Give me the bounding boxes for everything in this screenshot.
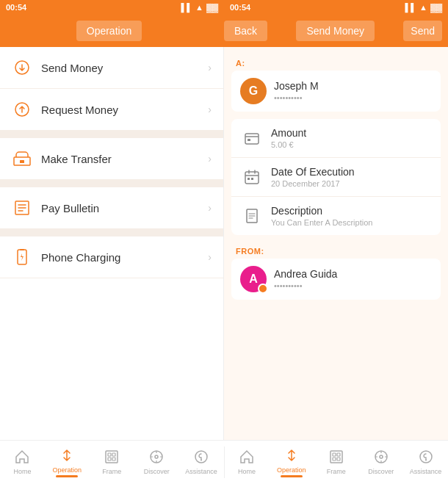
send-money-arrow: › [208, 62, 212, 73]
svg-rect-14 [112, 453, 115, 456]
send-button[interactable]: Send [403, 21, 442, 41]
sender-subtitle: •••••••••• [274, 281, 432, 290]
tab-assistance-left[interactable]: Assistance [179, 441, 224, 484]
active-indicator-left [56, 475, 78, 477]
pay-bulletin-label: Pay Bulletin [41, 202, 208, 214]
status-icons-right: ▌▌ ▲ ▓▓ [405, 3, 442, 12]
phone-charging-icon [12, 247, 32, 267]
sender-info: Andrea Guida •••••••••• [274, 268, 432, 290]
bottom-nav-right: Home Operation Frame [225, 441, 449, 484]
svg-rect-16 [112, 458, 115, 460]
wifi-icon-right: ▲ [419, 3, 427, 12]
svg-point-26 [380, 455, 383, 458]
svg-rect-24 [337, 458, 340, 460]
tab-operation-left[interactable]: Operation [45, 441, 90, 484]
main-content: Send Money › Request Money › [0, 47, 448, 440]
menu-item-make-transfer[interactable]: Make Transfer › [0, 138, 223, 180]
description-info: Description You Can Enter A Description [271, 205, 432, 227]
svg-rect-12 [106, 451, 118, 463]
operation-button[interactable]: Operation [76, 21, 142, 41]
make-transfer-label: Make Transfer [41, 153, 208, 165]
recipient-subtitle: •••••••••• [274, 93, 432, 102]
discover-label-left: Discover [144, 468, 170, 475]
svg-point-19 [195, 451, 207, 463]
sender-avatar: A [240, 266, 267, 292]
tab-discover-left[interactable]: Discover [134, 441, 179, 484]
right-panel: A: G Joseph M •••••••••• [224, 47, 448, 440]
amount-label: Amount [271, 127, 432, 139]
nav-bar-right: Back Send Money Send [218, 15, 448, 47]
make-transfer-icon [12, 148, 32, 169]
send-money-button[interactable]: Send Money [296, 21, 375, 41]
active-indicator-right [281, 475, 303, 477]
menu-gap-2 [0, 180, 223, 187]
svg-rect-13 [108, 453, 111, 456]
time-left: 00:54 [6, 3, 26, 12]
menu-item-phone-charging[interactable]: Phone Charging › [0, 236, 223, 278]
tab-home-left[interactable]: Home [0, 441, 45, 484]
menu-item-send-money[interactable]: Send Money › [0, 47, 223, 89]
svg-rect-10 [251, 178, 253, 180]
tab-frame-right[interactable]: Frame [314, 441, 358, 484]
operation-icon-left [59, 448, 74, 465]
tab-discover-right[interactable]: Discover [358, 441, 403, 484]
phone-charging-arrow: › [208, 251, 212, 263]
phone-charging-label: Phone Charging [41, 251, 208, 264]
to-label: A: [224, 54, 448, 71]
svg-rect-9 [248, 178, 250, 180]
svg-rect-6 [245, 134, 259, 144]
description-row: Description You Can Enter A Description [231, 197, 441, 235]
date-icon [240, 165, 264, 189]
recipient-card: G Joseph M •••••••••• [231, 71, 441, 112]
menu-item-pay-bulletin[interactable]: Pay Bulletin › [0, 187, 223, 229]
operation-label-left: Operation [53, 466, 82, 474]
from-label: FROM: [224, 242, 448, 259]
svg-rect-7 [248, 139, 250, 141]
menu-gap-3 [0, 229, 223, 236]
svg-point-18 [155, 455, 158, 458]
bottom-navs: Home Operation Frame [0, 440, 448, 484]
recipient-name: Joseph M [274, 80, 432, 92]
discover-icon-left [149, 449, 164, 466]
bottom-nav-left: Home Operation Frame [0, 441, 224, 484]
svg-rect-3 [20, 160, 24, 163]
menu-item-request-money[interactable]: Request Money › [0, 89, 223, 131]
send-money-icon [12, 57, 32, 78]
request-money-icon [12, 99, 32, 120]
assistance-label-left: Assistance [185, 468, 217, 475]
tab-assistance-right[interactable]: Assistance [403, 441, 448, 484]
description-placeholder: You Can Enter A Description [271, 218, 432, 227]
request-money-arrow: › [208, 104, 212, 115]
sender-name: Andrea Guida [274, 268, 432, 280]
home-icon-right [239, 449, 254, 466]
tab-frame-left[interactable]: Frame [90, 441, 134, 484]
sender-card: A Andrea Guida •••••••••• [231, 259, 441, 300]
send-money-label: Send Money [41, 62, 208, 74]
description-icon [240, 204, 264, 228]
status-bars: 00:54 ▌▌ ▲ ▓▓ 00:54 ▌▌ ▲ ▓▓ [0, 0, 448, 15]
date-value: 20 December 2017 [271, 179, 432, 188]
frame-label-left: Frame [102, 468, 121, 475]
sender-badge [258, 283, 268, 294]
operation-icon-right [284, 448, 299, 465]
frame-icon-left [104, 449, 119, 466]
recipient-avatar: G [240, 78, 267, 104]
details-card: Amount 5.00 € Date Of Execution [231, 119, 441, 235]
assistance-icon-right [419, 449, 433, 466]
home-label-right: Home [238, 468, 256, 475]
tab-home-right[interactable]: Home [225, 441, 270, 484]
tab-operation-right[interactable]: Operation [269, 441, 314, 484]
battery-icon-left: ▓▓ [206, 3, 218, 12]
wifi-icon-left: ▲ [195, 3, 203, 12]
nav-bars: Operation Back Send Money Send [0, 15, 448, 47]
operation-label-right: Operation [277, 466, 306, 474]
battery-icon-right: ▓▓ [430, 3, 442, 12]
frame-label-right: Frame [327, 468, 346, 475]
svg-rect-15 [108, 458, 111, 460]
description-label: Description [271, 205, 432, 217]
request-money-label: Request Money [41, 104, 208, 116]
back-button[interactable]: Back [224, 21, 267, 41]
amount-info: Amount 5.00 € [271, 127, 432, 149]
pay-bulletin-arrow: › [208, 202, 212, 214]
svg-rect-23 [333, 458, 336, 460]
